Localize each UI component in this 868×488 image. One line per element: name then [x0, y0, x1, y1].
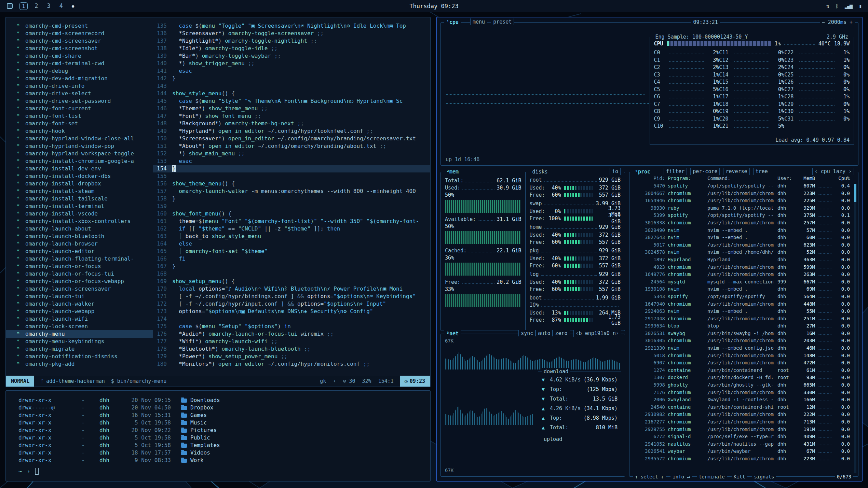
proc-row[interactable]: 1307dockerd/usr/bin/dockerd -H fd:root93…: [629, 374, 858, 381]
sidebar-item[interactable]: *omarchy-install-dev-env: [6, 165, 153, 172]
workspace-2[interactable]: 2: [32, 2, 40, 10]
proc-row[interactable]: 3026541waybar/usr/bin/waybardhh67M0.0: [629, 448, 858, 455]
code-line[interactable]: 139 *Bar*) omarchy-toggle-waybar ;;: [153, 52, 430, 60]
interval-decrease-button[interactable]: −: [822, 19, 825, 25]
proc-row[interactable]: 5470spotify/opt/spotify/spotify --dhh607…: [629, 182, 858, 190]
code-line[interactable]: 170 local options="♪ Audio\n◠ Wifi\nᛒ Bl…: [153, 285, 430, 293]
proc-row[interactable]: 2941052nautilus/usr/bin/nautilus --gapdh…: [629, 441, 858, 448]
code-line[interactable]: 144show_style_menu() {: [153, 90, 430, 97]
proc-row[interactable]: 1647940chromium/usr/lib/chromium/chromdh…: [629, 301, 858, 308]
code-line[interactable]: 140 *) show_trigger_menu ;;: [153, 60, 430, 67]
battery-icon[interactable]: ▮: [859, 3, 861, 9]
workspace-3[interactable]: 3: [45, 2, 53, 10]
sidebar-item[interactable]: *omarchy-cmd-terminal-cwd: [6, 60, 153, 67]
sidebar-item[interactable]: *omarchy-font-list: [6, 112, 153, 120]
sidebar-item[interactable]: *omarchy-cmd-screensaver: [6, 37, 153, 45]
proc-row[interactable]: 3029490nvimnvim --embed .dhh57M0.0: [629, 227, 858, 234]
sidebar-item[interactable]: *omarchy-launch-about: [6, 225, 153, 233]
workspace-4[interactable]: 4: [57, 2, 65, 10]
sidebar-item[interactable]: *omarchy-hyprland-window-close-all: [6, 135, 153, 142]
code-line[interactable]: 161 theme=$(menu "Font" "$(omarchy-font-…: [153, 218, 430, 225]
net-zero-button[interactable]: zero: [553, 330, 570, 336]
network-traffic-icon[interactable]: ⇅: [826, 3, 829, 9]
proc-footer-select-button[interactable]: ↑ select ↓: [633, 473, 666, 480]
proc-row[interactable]: 3027643nvimnvim --embed .dhh60M0.0: [629, 234, 858, 241]
sidebar-item[interactable]: *omarchy-install-terminal: [6, 203, 153, 210]
sidebar-item[interactable]: *omarchy-launch-or-focus-webapp: [6, 278, 153, 285]
sidebar-item[interactable]: *omarchy-launch-editor: [6, 248, 153, 255]
proc-row[interactable]: 98930rubypuma 7.1.0 (tcp://localdhh929M0…: [629, 205, 858, 212]
proc-row[interactable]: 3004667chromium/usr/lib/chromium/chromdh…: [629, 190, 858, 197]
sidebar-item[interactable]: *omarchy-lock-screen: [6, 323, 153, 330]
proc-row[interactable]: 5399spotify/opt/spotify/spotify --dhh375…: [629, 212, 858, 219]
code-line[interactable]: 175 case $(menu "Setup" "$options") in: [153, 323, 430, 330]
proc-row[interactable]: 3016338chromium/usr/lib/chromium/chromdh…: [629, 219, 858, 227]
sidebar-item[interactable]: *omarchy-install-vscode: [6, 210, 153, 218]
proc-footer-signals-button[interactable]: signals: [752, 473, 776, 480]
sidebar-item[interactable]: *omarchy-launch-tui: [6, 293, 153, 300]
code-line[interactable]: 156show_theme_menu() {: [153, 180, 430, 187]
sidebar-item[interactable]: *omarchy-cmd-present: [6, 22, 153, 30]
proc-row[interactable]: 1649776chromium/usr/lib/chromium/chromdh…: [629, 271, 858, 278]
code-line[interactable]: 152 *) show_main_menu ;;: [153, 150, 430, 157]
code-line[interactable]: 155: [153, 172, 430, 180]
proc-row[interactable]: 4923chromium/usr/lib/chromium/chromdhh59…: [629, 264, 858, 271]
cpu-menu-button[interactable]: menu: [470, 18, 487, 25]
proc-row[interactable]: 5018chromium/usr/lib/chromium/chromdhh14…: [629, 352, 858, 360]
code-line[interactable]: 169show_setup_menu() {: [153, 278, 430, 285]
sidebar-item[interactable]: *omarchy-launch-walker: [6, 300, 153, 308]
code-line[interactable]: 149 *Hyprland*) open_in_editor ~/.config…: [153, 127, 430, 135]
code-line[interactable]: 141 esac: [153, 67, 430, 75]
sidebar-item[interactable]: *omarchy-drive-select: [6, 90, 153, 97]
proc-row[interactable]: 2921330nvimnvim --embed config.jsodhh46M…: [629, 345, 858, 352]
proc-row[interactable]: 1274containe/usr/bin/containerdroot61M0.…: [629, 367, 858, 374]
sidebar-item[interactable]: *omarchy-hyprland-workspace-toggle: [6, 150, 153, 157]
workspace-1[interactable]: 1: [19, 2, 28, 10]
code-line[interactable]: 137 *Nightlight*) omarchy-toggle-nightli…: [153, 37, 430, 45]
sidebar-item[interactable]: *omarchy-install-dropbox: [6, 180, 153, 187]
proc-row[interactable]: 5017chromium/usr/lib/chromium/chromdhh62…: [629, 241, 858, 249]
proc-row[interactable]: 2929755chromium/usr/lib/chromium/chromdh…: [629, 426, 858, 433]
sidebar-item[interactable]: *omarchy-cmd-screenrecord: [6, 30, 153, 37]
proc-footer-info-button[interactable]: info ↵: [670, 473, 692, 480]
code-line[interactable]: 163 │ back_to show_style_menu: [153, 233, 430, 240]
net-sync-button[interactable]: sync: [518, 330, 535, 336]
proc-row[interactable]: 3024578nvimnvim --embed /home/dhh/dhh52M…: [629, 249, 858, 256]
proc-row[interactable]: 2930982chromium/usr/lib/chromium/chromdh…: [629, 411, 858, 418]
interface-switcher[interactable]: ‹b enp191s0 n›: [573, 330, 621, 337]
code-line[interactable]: 168: [153, 270, 430, 278]
proc-footer-terminate-button[interactable]: terminate: [697, 473, 727, 480]
code-line[interactable]: 151 *About*) open_in_editor ~/.config/om…: [153, 142, 430, 150]
sidebar-item[interactable]: *omarchy-menu: [6, 330, 153, 338]
sidebar-item[interactable]: *omarchy-install-steam: [6, 187, 153, 195]
sidebar-item[interactable]: *omarchy-debug: [6, 67, 153, 75]
sidebar-item[interactable]: *omarchy-cmd-share: [6, 52, 153, 60]
proc-row[interactable]: 3016305chromium/usr/lib/chromium/chromdh…: [629, 337, 858, 345]
cpu-preset-button[interactable]: preset: [491, 18, 514, 25]
sidebar-item[interactable]: *omarchy-install-xbox-controllers: [6, 218, 153, 225]
proc-row[interactable]: 7176chromium/usr/lib/chromium/chromdhh33…: [629, 389, 858, 396]
proc-column-header[interactable]: [818, 175, 831, 182]
code-line[interactable]: 167}: [153, 263, 430, 270]
proc-column-header[interactable]: Program:: [668, 175, 705, 182]
proc-column-header[interactable]: User:: [777, 175, 792, 182]
proc-row[interactable]: 1897HyprlandHyprlanddhh363M0.0: [629, 256, 858, 264]
code-line[interactable]: 180 *Monitors*) open_in_editor ~/.config…: [153, 360, 430, 368]
code-line[interactable]: 179 *Power*) show_setup_power_menu ;;: [153, 353, 430, 360]
proc-row[interactable]: 6772signal-d/proc/self/exe --type=rdhh40…: [629, 433, 858, 441]
sidebar-item[interactable]: *omarchy-font-current: [6, 105, 153, 112]
proc-column-header[interactable]: Pid:: [634, 175, 665, 182]
code-line[interactable]: 166 fi: [153, 255, 430, 263]
proc-footer-kill-button[interactable]: Kill: [732, 473, 747, 480]
code-line[interactable]: 164 else: [153, 240, 430, 248]
sidebar-item[interactable]: *omarchy-install-chromium-google-a: [6, 157, 153, 165]
code-line[interactable]: 176 *Audio*) omarchy-launch-or-focus-tui…: [153, 330, 430, 338]
sidebar-item[interactable]: *omarchy-pkg-add: [6, 360, 153, 368]
sidebar-item[interactable]: *omarchy-launch-wifi: [6, 315, 153, 323]
code-line[interactable]: 146 *Theme*) show_theme_menu ;;: [153, 105, 430, 112]
proc-row[interactable]: 24540containe/usr/bin/containerd-shiroot…: [629, 404, 858, 411]
sidebar-item[interactable]: *omarchy-install-tailscale: [6, 195, 153, 203]
code-line[interactable]: 165 │ omarchy-font-set "$theme": [153, 248, 430, 255]
sidebar-item[interactable]: *omarchy-drive-info: [6, 82, 153, 90]
code-line[interactable]: 135 case $(menu "Toggle" "▣ Screensaver\…: [153, 22, 430, 30]
